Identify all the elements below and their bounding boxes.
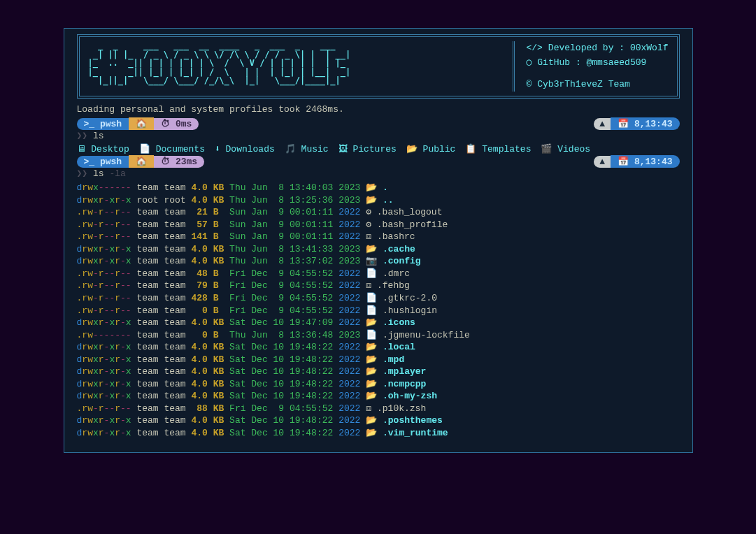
listing-row: drwxr-xr-x team team 4.0 KB Sat Dec 10 1…: [77, 414, 680, 427]
listing-row: .rw-r--r-- team team 0 B Fri Dec 9 04:55…: [77, 305, 680, 317]
clock-1: ▲ 📅 8,13:43: [594, 117, 679, 130]
folder-item: 🖥 Desktop: [77, 144, 129, 154]
folder-item: 🎵 Music: [285, 144, 329, 154]
copyright-icon: ©: [526, 78, 532, 92]
listing-row: .rw-r--r-- team team 48 B Fri Dec 9 04:5…: [77, 268, 680, 280]
clock-2: ▲ 📅 8,13:43: [594, 155, 679, 168]
code-icon: </>: [526, 41, 542, 56]
listing-row: drwxr-xr-x team team 4.0 KB Sat Dec 10 1…: [77, 341, 680, 354]
file-listing: drwx------ team team 4.0 KB Thu Jun 8 13…: [77, 182, 680, 439]
clock-time: 📅 8,13:43: [611, 117, 679, 130]
folder-item: 🎬 Videos: [541, 144, 590, 154]
folder-list: 🖥 Desktop📄 Documents⬇ Downloads🎵 Music🖼 …: [77, 143, 680, 156]
arch-icon: ▲: [594, 156, 611, 168]
folder-item: 📂 Public: [406, 144, 456, 154]
listing-row: drwx------ team team 4.0 KB Thu Jun 8 13…: [77, 182, 680, 194]
github-icon: ◯: [526, 56, 532, 71]
dir-badge: 🏠: [129, 155, 154, 168]
listing-row: .rw-r--r-- team team 21 B Sun Jan 9 00:0…: [77, 206, 680, 219]
developer-line: Developed by : 00xWolf: [548, 41, 669, 56]
prompt-row-2: >_ pwsh 🏠 ⏱ 23ms ▲ 📅 8,13:43: [77, 155, 680, 168]
arch-icon: ▲: [594, 118, 611, 130]
listing-row: drwxr-xr-x team team 4.0 KB Thu Jun 8 13…: [77, 243, 680, 256]
listing-row: drwxr-xr-x team team 4.0 KB Thu Jun 8 13…: [77, 255, 680, 268]
listing-row: .rw-r--r-- team team 57 B Sun Jan 9 00:0…: [77, 219, 680, 231]
info-panel: </>Developed by : 00xWolf ◯GitHub : @mms…: [513, 41, 668, 92]
clock-time: 📅 8,13:43: [611, 155, 679, 168]
listing-row: drwxr-xr-x team team 4.0 KB Sat Dec 10 1…: [77, 427, 680, 440]
listing-row: .rw-r--r-- team team 141 B Sun Jan 9 00:…: [77, 231, 680, 243]
dir-badge: 🏠: [129, 117, 154, 130]
banner: _ _ ___ ___ __ ____ _ ___ _ ___ _| || |_…: [77, 34, 680, 99]
listing-row: drwxr-xr-x team team 4.0 KB Sat Dec 10 1…: [77, 317, 680, 329]
ascii-logo: _ _ ___ ___ __ ____ _ ___ _ ___ _| || |_…: [88, 41, 513, 92]
loading-message: Loading personal and system profiles too…: [77, 104, 680, 115]
listing-row: drwxr-xr-x team team 4.0 KB Sat Dec 10 1…: [77, 378, 680, 391]
listing-row: drwxr-xr-x root root 4.0 KB Thu Jun 8 13…: [77, 194, 680, 207]
github-line: GitHub : @mmsaeed509: [537, 56, 646, 71]
listing-row: drwxr-xr-x team team 4.0 KB Sat Dec 10 1…: [77, 366, 680, 378]
listing-row: .rw-r--r-- team team 79 B Fri Dec 9 04:5…: [77, 280, 680, 292]
duration-badge: ⏱ 23ms: [154, 156, 204, 168]
shell-badge: >_ pwsh: [77, 156, 129, 168]
terminal-window[interactable]: _ _ ___ ___ __ ____ _ ___ _ ___ _| || |_…: [64, 28, 693, 453]
command-line-1[interactable]: ❯❯ ls: [77, 130, 680, 143]
prompt-row-1: >_ pwsh 🏠 ⏱ 0ms ▲ 📅 8,13:43: [77, 117, 680, 130]
listing-row: .rw------- team team 0 B Thu Jun 8 13:36…: [77, 329, 680, 342]
command-line-2[interactable]: ❯❯ ls -la: [77, 168, 680, 180]
listing-row: .rw-r--r-- team team 88 KB Fri Dec 9 04:…: [77, 403, 680, 415]
listing-row: drwxr-xr-x team team 4.0 KB Sat Dec 10 1…: [77, 354, 680, 366]
listing-row: .rw-r--r-- team team 428 B Fri Dec 9 04:…: [77, 292, 680, 305]
folder-item: 🖼 Pictures: [338, 144, 397, 154]
shell-badge: >_ pwsh: [77, 118, 129, 130]
folder-item: ⬇ Downloads: [215, 144, 275, 154]
folder-item: 📋 Templates: [465, 144, 531, 154]
team-line: Cyb3rTh1eveZ Team: [537, 78, 630, 92]
listing-row: drwxr-xr-x team team 4.0 KB Sat Dec 10 1…: [77, 390, 680, 403]
duration-badge: ⏱ 0ms: [154, 118, 199, 130]
folder-item: 📄 Documents: [139, 144, 205, 154]
